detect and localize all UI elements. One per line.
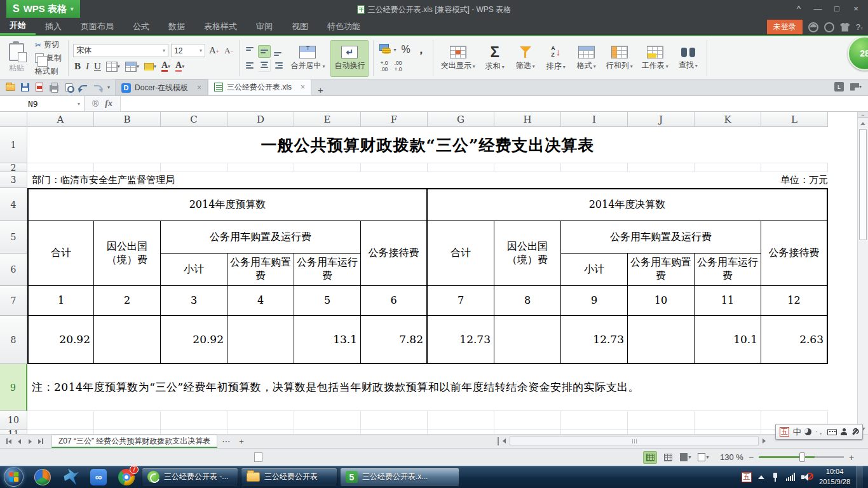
cell[interactable] xyxy=(761,163,828,172)
cell[interactable] xyxy=(227,411,294,430)
zoom-out-button[interactable]: − xyxy=(749,452,754,463)
cell[interactable] xyxy=(94,411,161,430)
column-header-c[interactable]: C xyxy=(161,112,227,127)
cell-abroad-final[interactable]: 因公出国（境）费 xyxy=(494,221,561,286)
scroll-up-button[interactable] xyxy=(858,118,868,128)
zoom-slider[interactable] xyxy=(759,456,844,458)
cell-subtotal-budget[interactable]: 小计 xyxy=(161,254,227,286)
cell[interactable] xyxy=(294,430,361,434)
maximize-button[interactable]: □ xyxy=(827,0,846,17)
next-sheet-button[interactable] xyxy=(25,437,34,446)
format-painter-button[interactable]: 格式刷 xyxy=(33,65,64,78)
sheet-tab-active[interactable]: Z07 “三公” 经费公共预算财政拨款支出决算表 xyxy=(51,435,217,448)
decrease-font-button[interactable]: A− xyxy=(223,45,234,57)
cell-colnum[interactable]: 12 xyxy=(761,286,828,316)
sync-icon[interactable] xyxy=(824,22,834,32)
cell-final-header[interactable]: 2014年度决算数 xyxy=(428,188,828,221)
previous-sheet-button[interactable] xyxy=(15,437,24,446)
scroll-right-button[interactable] xyxy=(760,437,768,445)
cell[interactable] xyxy=(94,163,161,172)
borders-button[interactable]: ▾ xyxy=(105,61,121,72)
cell-total-budget[interactable]: 合计 xyxy=(27,221,94,286)
volume-muted-icon[interactable] xyxy=(801,472,813,482)
column-header-g[interactable]: G xyxy=(428,112,494,127)
close-button[interactable]: × xyxy=(846,0,865,17)
minimize-button[interactable]: — xyxy=(808,0,827,17)
bold-button[interactable]: B xyxy=(73,60,82,72)
cell-value[interactable]: 13.1 xyxy=(294,316,361,364)
column-header-a[interactable]: A xyxy=(27,112,94,127)
tab-home[interactable]: 开始 xyxy=(0,18,36,35)
cell-vehicle-group-budget[interactable]: 公务用车购置及运行费 xyxy=(161,221,361,254)
formula-input[interactable] xyxy=(121,96,868,111)
cell[interactable] xyxy=(494,163,561,172)
cell[interactable] xyxy=(628,430,695,434)
decrease-decimal-button[interactable]: .00+.0 xyxy=(392,60,403,73)
new-tab-button[interactable]: + xyxy=(311,85,330,95)
zoom-slider-handle[interactable] xyxy=(799,452,805,462)
fullscreen-view-button[interactable]: ▾ xyxy=(696,451,710,464)
align-center-button[interactable] xyxy=(258,59,271,72)
tray-show-hidden-icons[interactable] xyxy=(758,475,764,479)
column-header-d[interactable]: D xyxy=(227,112,294,127)
cell[interactable] xyxy=(94,430,161,434)
ime-wubi-icon[interactable]: 五 xyxy=(780,427,789,437)
cell[interactable] xyxy=(428,430,494,434)
cut-button[interactable]: ✂剪切 xyxy=(33,39,64,51)
row-header-5[interactable]: 5 xyxy=(0,221,27,254)
cell-value[interactable] xyxy=(494,316,561,364)
rows-columns-button[interactable]: 行和列▾ xyxy=(603,40,636,77)
cell[interactable] xyxy=(161,411,227,430)
font-size-select[interactable]: 12▾ xyxy=(171,44,205,57)
cell-operation-budget[interactable]: 公务用车运行费 xyxy=(294,254,361,286)
cell[interactable] xyxy=(361,163,428,172)
column-header-k[interactable]: K xyxy=(695,112,761,127)
cell-purchase-final[interactable]: 公务用车购置费 xyxy=(628,254,695,286)
show-desktop-button[interactable] xyxy=(857,466,863,488)
name-box[interactable]: N9 ▾ xyxy=(0,96,85,111)
autosum-button[interactable]: Σ 求和▾ xyxy=(481,40,509,77)
undo-button[interactable] xyxy=(78,82,88,92)
italic-button[interactable]: I xyxy=(85,60,90,72)
ime-chinese-mode-icon[interactable]: 中 xyxy=(793,426,801,438)
filter-button[interactable]: 筛选▾ xyxy=(512,40,539,77)
cell-reception-budget[interactable]: 公务接待费 xyxy=(361,221,428,286)
save-button[interactable] xyxy=(20,82,30,92)
column-header-l[interactable]: L xyxy=(761,112,828,127)
copy-button[interactable]: 复制 xyxy=(33,52,64,64)
login-button[interactable]: 未登录 xyxy=(767,20,803,34)
cell[interactable] xyxy=(27,411,94,430)
cell-colnum[interactable]: 7 xyxy=(428,286,494,316)
row-header-9-selected[interactable]: 9 xyxy=(0,364,27,411)
sort-button[interactable]: AZ↓ 排序▾ xyxy=(542,40,570,77)
tab-data[interactable]: 数据 xyxy=(159,18,194,35)
cell[interactable] xyxy=(695,430,761,434)
cell[interactable] xyxy=(428,411,494,430)
quick-access-dropdown[interactable]: ▾ xyxy=(107,85,110,90)
task-button-browser-window[interactable]: 三公经费公开表 -... xyxy=(142,468,238,486)
vertical-scrollbar[interactable]: − xyxy=(857,112,868,434)
horizontal-scroll-thumb[interactable] xyxy=(632,439,637,444)
select-all-corner[interactable] xyxy=(0,112,27,127)
help-button[interactable]: ?▾ xyxy=(856,22,863,32)
wps-app-button[interactable]: S WPS 表格 ▾ xyxy=(6,0,80,18)
tab-page-layout[interactable]: 页面布局 xyxy=(71,18,123,35)
vertical-split-handle[interactable]: − xyxy=(858,112,868,118)
row-header-7[interactable]: 7 xyxy=(0,286,27,316)
row-header-11[interactable]: 11 xyxy=(0,430,27,434)
cell[interactable] xyxy=(494,411,561,430)
cell-colnum[interactable]: 3 xyxy=(161,286,227,316)
comma-style-button[interactable]: ， xyxy=(414,47,428,53)
cell[interactable] xyxy=(361,430,428,434)
increase-font-button[interactable]: A+ xyxy=(208,44,220,57)
redo-button[interactable] xyxy=(93,82,103,92)
cell-department[interactable]: 部门：临清市安全生产监督管理局 xyxy=(27,172,761,188)
cell[interactable] xyxy=(628,411,695,430)
macro-record-icon[interactable] xyxy=(254,452,262,462)
cell[interactable] xyxy=(628,163,695,172)
cell-value[interactable] xyxy=(94,316,161,364)
cell-note[interactable]: 注：2014年度预算数为“三公”经费年初预算数，决算数是包括当年财政拨款预算和以… xyxy=(27,364,828,411)
ime-settings-icon[interactable] xyxy=(851,428,858,436)
cell-colnum[interactable]: 8 xyxy=(494,286,561,316)
cell-subtotal-final[interactable]: 小计 xyxy=(561,254,628,286)
